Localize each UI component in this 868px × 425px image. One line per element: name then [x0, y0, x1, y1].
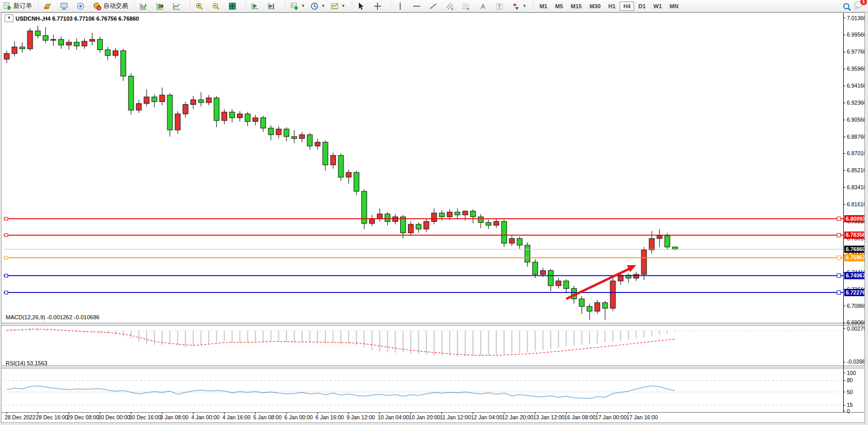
hline-handle[interactable] [837, 274, 841, 277]
time-tick-label: 9 Jan 12:00 [346, 414, 375, 420]
candle-body [144, 97, 149, 104]
tf-button-D1[interactable]: D1 [635, 2, 649, 11]
tile-windows-icon [228, 2, 236, 10]
tf-button-M5[interactable]: M5 [551, 2, 566, 11]
svg-text:E: E [451, 7, 453, 10]
indicator-axis: 0.002799-0.039861008050150 [843, 325, 864, 414]
candle-body [269, 128, 274, 135]
candle-body [276, 129, 281, 135]
candle-body [253, 118, 258, 121]
cursor-icon [357, 2, 365, 10]
arrows-tool-button[interactable]: ▼ [510, 1, 529, 12]
rsi-level-label: 0 [847, 408, 850, 414]
svg-text:F: F [467, 7, 469, 10]
search-icon[interactable] [842, 2, 850, 10]
tf-button-W1[interactable]: W1 [650, 2, 666, 11]
tf-button-MN[interactable]: MN [666, 2, 682, 11]
auto-scroll-button[interactable] [249, 1, 264, 12]
crosshair-button[interactable] [371, 1, 387, 12]
candle-body [610, 281, 616, 308]
candle-body [432, 213, 437, 221]
hline-handle[interactable] [837, 256, 841, 259]
price-tick-label: 6.92360 [847, 100, 864, 106]
candle-body [90, 39, 95, 41]
tile-windows-button[interactable] [226, 1, 242, 12]
main-toolbar: 新订单 自动交易 [0, 0, 868, 12]
equidistant-channel-button[interactable]: E [444, 1, 459, 12]
hline-handle[interactable] [837, 291, 841, 295]
zoom-in-icon [195, 2, 203, 10]
autotrade-label: 自动交易 [103, 2, 128, 10]
toolbar-separator [244, 2, 247, 11]
price-tick-label: 6.83410 [847, 184, 864, 190]
time-axis[interactable]: 28 Dec 202228 Dec 16:0029 Dec 08:0030 De… [5, 413, 658, 421]
tf-button-M15[interactable]: M15 [567, 2, 585, 11]
candle-body [494, 221, 499, 225]
hline-handle[interactable] [5, 291, 8, 294]
window-frame-bottom [0, 423, 868, 425]
market-watch-button[interactable] [58, 1, 73, 12]
cursor-button[interactable] [355, 1, 370, 12]
candle-body [385, 214, 390, 222]
macd-histogram [7, 329, 675, 357]
price-badge-label: 6.78356 [846, 232, 864, 238]
zoom-in-button[interactable] [193, 1, 209, 12]
template-icon [330, 2, 339, 10]
notifications-button[interactable]: 1 [854, 1, 864, 12]
hline-handle[interactable] [5, 234, 8, 237]
toolbar-separator [36, 2, 39, 11]
candle-body [51, 39, 56, 40]
candle-body [509, 238, 514, 243]
signal-icon [76, 2, 85, 10]
market-watch-icon [60, 2, 68, 10]
tf-button-M1[interactable]: M1 [536, 2, 551, 11]
candle-body [486, 222, 491, 225]
hline-handle[interactable] [5, 274, 8, 277]
hline-handle[interactable] [837, 217, 841, 221]
candle-body [43, 36, 48, 40]
text-button[interactable]: A [477, 1, 492, 12]
line-chart-button[interactable] [170, 1, 186, 12]
candle-body [129, 76, 134, 110]
candle-body [439, 213, 445, 217]
price-tick-label: 6.94160 [847, 83, 864, 89]
candle-body [369, 219, 374, 223]
autotrade-button[interactable]: 自动交易 [91, 1, 130, 12]
candlestick-button[interactable] [154, 1, 169, 12]
text-label-button[interactable]: T [493, 1, 509, 12]
hline-handle[interactable] [5, 217, 8, 220]
candle-body [98, 39, 103, 50]
hline-handle[interactable] [5, 256, 8, 259]
new-order-button[interactable]: 新订单 [1, 1, 34, 12]
tf-button-H1[interactable]: H1 [605, 2, 619, 11]
price-badge-label: 6.76860 [846, 246, 864, 252]
period-button[interactable]: ▼ [308, 1, 327, 12]
trend-arrow-annotation[interactable] [566, 265, 636, 299]
fibonacci-button[interactable]: F [460, 1, 476, 12]
candle-body [229, 112, 234, 118]
chart-shift-button[interactable] [265, 1, 281, 12]
template-button[interactable]: ▼ [328, 1, 348, 12]
candle-body [517, 238, 522, 245]
price-badge-label: 6.75967 [846, 254, 864, 260]
chart-plot-area[interactable]: 7.013606.995606.977606.959606.941606.923… [2, 13, 864, 422]
signals-button[interactable] [74, 1, 90, 12]
quotes-button[interactable] [41, 1, 57, 12]
candle-body [649, 238, 654, 250]
bar-chart-button[interactable] [137, 1, 153, 12]
vertical-line-button[interactable] [394, 1, 409, 12]
trendline-button[interactable] [427, 1, 443, 12]
hline-handle[interactable] [837, 233, 841, 237]
new-chart-button[interactable]: ▼ [288, 1, 307, 12]
candle-body [20, 47, 25, 49]
candle-body [618, 275, 623, 281]
candle-body [206, 98, 211, 103]
horizontal-line-button[interactable] [411, 1, 426, 12]
symbol-dropdown[interactable]: ▼ [5, 14, 13, 22]
zoom-out-button[interactable] [210, 1, 225, 12]
candle-body [564, 281, 569, 289]
candle-body [401, 217, 406, 233]
quotes-icon [43, 2, 52, 10]
tf-button-H4[interactable]: H4 [620, 2, 634, 11]
tf-button-M30[interactable]: M30 [586, 2, 604, 11]
